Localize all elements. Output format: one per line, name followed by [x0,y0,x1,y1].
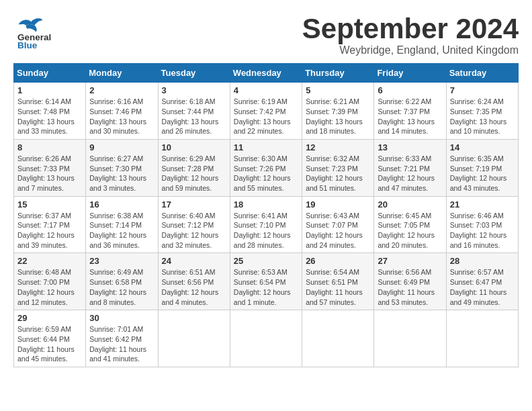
calendar-cell: 22 Sunrise: 6:48 AM Sunset: 7:00 PM Dayl… [14,253,86,310]
calendar-cell [158,310,230,367]
title-block: September 2024 Weybridge, England, Unite… [302,13,519,56]
calendar-week-5: 29 Sunrise: 6:59 AM Sunset: 6:44 PM Dayl… [14,310,519,367]
day-number: 23 [89,256,154,266]
calendar-cell: 11 Sunrise: 6:30 AM Sunset: 7:26 PM Dayl… [230,139,302,196]
day-info: Sunrise: 6:56 AM Sunset: 6:49 PM Dayligh… [378,267,442,307]
month-title: September 2024 [302,13,519,44]
day-info: Sunrise: 6:53 AM Sunset: 6:54 PM Dayligh… [234,267,298,307]
logo-svg: General Blue [13,13,74,50]
calendar-cell: 19 Sunrise: 6:43 AM Sunset: 7:07 PM Dayl… [302,196,374,253]
calendar-cell: 5 Sunrise: 6:21 AM Sunset: 7:39 PM Dayli… [302,83,374,140]
day-number: 16 [89,199,154,210]
day-info: Sunrise: 6:21 AM Sunset: 7:39 PM Dayligh… [306,97,370,136]
day-info: Sunrise: 6:38 AM Sunset: 7:14 PM Dayligh… [89,211,154,250]
day-number: 24 [162,256,226,266]
calendar-cell: 8 Sunrise: 6:26 AM Sunset: 7:33 PM Dayli… [14,139,86,196]
calendar-cell: 30 Sunrise: 7:01 AM Sunset: 6:42 PM Dayl… [86,310,158,367]
calendar-cell: 26 Sunrise: 6:54 AM Sunset: 6:51 PM Dayl… [302,253,374,310]
day-info: Sunrise: 6:24 AM Sunset: 7:35 PM Dayligh… [450,97,515,136]
calendar-header-saturday: Saturday [446,64,518,83]
logo: General Blue [13,13,74,50]
day-number: 11 [234,142,298,152]
calendar-cell: 23 Sunrise: 6:49 AM Sunset: 6:58 PM Dayl… [86,253,158,310]
page-header: General Blue September 2024 Weybridge, E… [13,13,519,56]
calendar-cell: 10 Sunrise: 6:29 AM Sunset: 7:28 PM Dayl… [158,139,230,196]
day-number: 17 [162,199,226,210]
day-number: 7 [450,85,515,95]
day-number: 4 [234,85,298,95]
calendar-cell: 28 Sunrise: 6:57 AM Sunset: 6:47 PM Dayl… [446,253,518,310]
day-info: Sunrise: 6:18 AM Sunset: 7:44 PM Dayligh… [162,97,226,136]
day-number: 22 [17,256,82,266]
calendar-header-sunday: Sunday [14,64,86,83]
day-info: Sunrise: 6:33 AM Sunset: 7:21 PM Dayligh… [378,154,442,193]
calendar-cell: 18 Sunrise: 6:41 AM Sunset: 7:10 PM Dayl… [230,196,302,253]
day-number: 12 [306,142,370,152]
calendar-cell: 20 Sunrise: 6:45 AM Sunset: 7:05 PM Dayl… [374,196,446,253]
day-number: 30 [89,313,154,323]
day-info: Sunrise: 6:43 AM Sunset: 7:07 PM Dayligh… [306,211,370,250]
day-number: 28 [450,256,515,266]
calendar-week-1: 1 Sunrise: 6:14 AM Sunset: 7:48 PM Dayli… [14,83,519,140]
day-info: Sunrise: 6:45 AM Sunset: 7:05 PM Dayligh… [378,211,442,250]
calendar-header-tuesday: Tuesday [158,64,230,83]
day-number: 15 [17,199,82,210]
calendar-cell: 6 Sunrise: 6:22 AM Sunset: 7:37 PM Dayli… [374,83,446,140]
day-info: Sunrise: 6:51 AM Sunset: 6:56 PM Dayligh… [162,267,226,307]
calendar-cell: 25 Sunrise: 6:53 AM Sunset: 6:54 PM Dayl… [230,253,302,310]
day-number: 25 [234,256,298,266]
day-info: Sunrise: 6:19 AM Sunset: 7:42 PM Dayligh… [234,97,298,136]
day-number: 29 [17,313,82,323]
day-info: Sunrise: 6:37 AM Sunset: 7:17 PM Dayligh… [17,211,82,250]
calendar-cell: 7 Sunrise: 6:24 AM Sunset: 7:35 PM Dayli… [446,83,518,140]
calendar-header-row: SundayMondayTuesdayWednesdayThursdayFrid… [14,64,519,83]
day-info: Sunrise: 6:57 AM Sunset: 6:47 PM Dayligh… [450,267,515,307]
day-info: Sunrise: 6:46 AM Sunset: 7:03 PM Dayligh… [450,211,515,250]
calendar-cell [374,310,446,367]
calendar-cell: 9 Sunrise: 6:27 AM Sunset: 7:30 PM Dayli… [86,139,158,196]
day-info: Sunrise: 6:59 AM Sunset: 6:44 PM Dayligh… [17,324,82,364]
calendar-cell: 4 Sunrise: 6:19 AM Sunset: 7:42 PM Dayli… [230,83,302,140]
calendar-cell [446,310,518,367]
day-number: 19 [306,199,370,210]
calendar-header-wednesday: Wednesday [230,64,302,83]
calendar-cell: 1 Sunrise: 6:14 AM Sunset: 7:48 PM Dayli… [14,83,86,140]
day-info: Sunrise: 6:41 AM Sunset: 7:10 PM Dayligh… [234,211,298,250]
day-info: Sunrise: 6:22 AM Sunset: 7:37 PM Dayligh… [378,97,442,136]
day-number: 26 [306,256,370,266]
day-number: 1 [17,85,82,95]
day-info: Sunrise: 6:35 AM Sunset: 7:19 PM Dayligh… [450,154,515,193]
day-info: Sunrise: 6:49 AM Sunset: 6:58 PM Dayligh… [89,267,154,307]
day-number: 21 [450,199,515,210]
calendar-cell: 16 Sunrise: 6:38 AM Sunset: 7:14 PM Dayl… [86,196,158,253]
day-number: 8 [17,142,82,152]
day-info: Sunrise: 6:29 AM Sunset: 7:28 PM Dayligh… [162,154,226,193]
day-number: 9 [89,142,154,152]
calendar-cell: 17 Sunrise: 6:40 AM Sunset: 7:12 PM Dayl… [158,196,230,253]
day-info: Sunrise: 6:27 AM Sunset: 7:30 PM Dayligh… [89,154,154,193]
day-number: 27 [378,256,442,266]
day-number: 10 [162,142,226,152]
day-info: Sunrise: 6:26 AM Sunset: 7:33 PM Dayligh… [17,154,82,193]
calendar-header-monday: Monday [86,64,158,83]
day-number: 13 [378,142,442,152]
calendar-cell: 14 Sunrise: 6:35 AM Sunset: 7:19 PM Dayl… [446,139,518,196]
calendar-cell: 29 Sunrise: 6:59 AM Sunset: 6:44 PM Dayl… [14,310,86,367]
day-number: 18 [234,199,298,210]
calendar-week-4: 22 Sunrise: 6:48 AM Sunset: 7:00 PM Dayl… [14,253,519,310]
day-info: Sunrise: 6:16 AM Sunset: 7:46 PM Dayligh… [89,97,154,136]
day-number: 20 [378,199,442,210]
day-info: Sunrise: 7:01 AM Sunset: 6:42 PM Dayligh… [89,324,154,364]
location: Weybridge, England, United Kingdom [302,44,519,56]
day-info: Sunrise: 6:14 AM Sunset: 7:48 PM Dayligh… [17,97,82,136]
day-number: 6 [378,85,442,95]
calendar-cell: 27 Sunrise: 6:56 AM Sunset: 6:49 PM Dayl… [374,253,446,310]
calendar-header-friday: Friday [374,64,446,83]
calendar-cell: 15 Sunrise: 6:37 AM Sunset: 7:17 PM Dayl… [14,196,86,253]
calendar-cell [302,310,374,367]
day-number: 5 [306,85,370,95]
day-info: Sunrise: 6:48 AM Sunset: 7:00 PM Dayligh… [17,267,82,307]
calendar-cell: 12 Sunrise: 6:32 AM Sunset: 7:23 PM Dayl… [302,139,374,196]
day-info: Sunrise: 6:40 AM Sunset: 7:12 PM Dayligh… [162,211,226,250]
day-info: Sunrise: 6:32 AM Sunset: 7:23 PM Dayligh… [306,154,370,193]
